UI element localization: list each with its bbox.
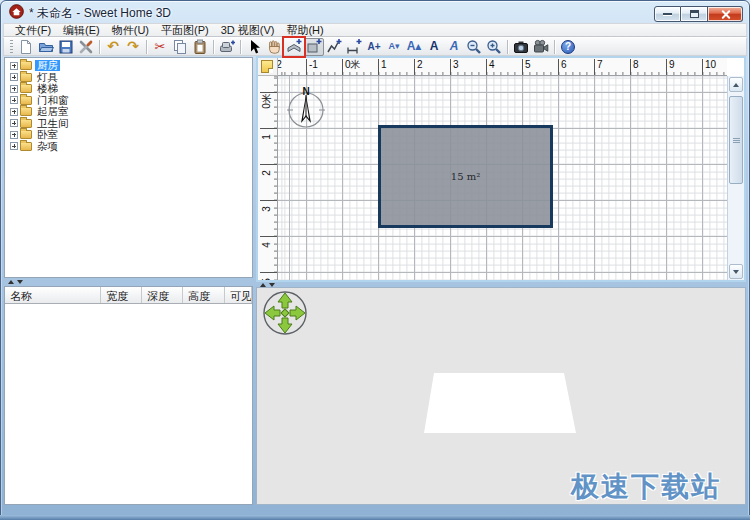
nav-right-arrow: [290, 306, 305, 320]
add-furniture-button[interactable]: [217, 38, 237, 56]
catalog-category-label[interactable]: 卫生间: [35, 118, 71, 129]
create-dimensions-button[interactable]: [344, 38, 364, 56]
expand-plus-icon[interactable]: [10, 119, 18, 127]
photo-button[interactable]: [511, 38, 531, 56]
catalog-category-label[interactable]: 灯具: [35, 72, 60, 83]
menu-item-3[interactable]: 平面图(P): [155, 24, 215, 37]
pan-tool-button[interactable]: [264, 38, 284, 56]
expand-plus-icon[interactable]: [10, 85, 18, 93]
nav-up-arrow: [278, 293, 292, 308]
nav-left-arrow: [265, 306, 280, 320]
increase-text-size-icon: A▴: [407, 40, 422, 53]
plan-horizontal-ruler: -2-10米12345678910: [258, 58, 727, 76]
window-bottom-edge: [0, 515, 750, 520]
catalog-category-label[interactable]: 起居室: [35, 106, 71, 117]
catalog-category-row[interactable]: 卧室: [7, 129, 252, 141]
help-button[interactable]: ?: [558, 38, 578, 56]
copy-button[interactable]: [170, 38, 190, 56]
catalog-category-label[interactable]: 楼梯: [35, 83, 60, 94]
room-shape[interactable]: 15 m²: [378, 125, 553, 228]
expand-plus-icon[interactable]: [10, 131, 18, 139]
bold-icon: A: [430, 40, 439, 53]
splitter-collapse-up-icon[interactable]: [8, 280, 14, 284]
expand-plus-icon[interactable]: [10, 62, 18, 70]
decrease-text-size-button[interactable]: A▾: [384, 38, 404, 56]
plan-vertical-scrollbar[interactable]: [727, 76, 744, 280]
catalog-category-row[interactable]: 杂项: [7, 141, 252, 153]
catalog-category-row[interactable]: 厨房: [7, 60, 252, 72]
increase-text-size-button[interactable]: A▴: [404, 38, 424, 56]
h-ruler-label: 9: [666, 59, 675, 75]
plan-vertical-ruler: 0米12345: [258, 76, 278, 280]
maximize-button[interactable]: [681, 6, 708, 22]
plan-view-panel[interactable]: -2-10米12345678910 0米12345 N 15 m²: [256, 56, 746, 282]
h-ruler-label: 1: [378, 59, 387, 75]
expand-plus-icon[interactable]: [10, 108, 18, 116]
add-text-button[interactable]: A+: [364, 38, 384, 56]
menu-item-0[interactable]: 文件(F): [9, 24, 57, 37]
h-ruler-label: 10: [702, 59, 716, 75]
catalog-category-label[interactable]: 门和窗: [35, 95, 71, 106]
create-walls-button[interactable]: [284, 38, 304, 56]
preferences-button[interactable]: [76, 38, 96, 56]
menu-item-4[interactable]: 3D 视图(V): [215, 24, 281, 37]
paste-button[interactable]: [190, 38, 210, 56]
new-file-icon: [18, 39, 34, 55]
cut-button[interactable]: ✂: [150, 38, 170, 56]
catalog-category-row[interactable]: 楼梯: [7, 83, 252, 95]
compass-icon[interactable]: N: [283, 85, 329, 131]
arrow-down-icon: [733, 270, 739, 274]
room-area-label: 15 m²: [451, 171, 480, 182]
catalog-category-label[interactable]: 杂项: [35, 141, 60, 152]
expand-plus-icon[interactable]: [10, 142, 18, 150]
zoom-in-button[interactable]: [484, 38, 504, 56]
create-rooms-button[interactable]: [304, 38, 324, 56]
create-polylines-button[interactable]: [324, 38, 344, 56]
3d-navigation-widget[interactable]: [260, 288, 310, 338]
toolbar-separator: [554, 40, 555, 54]
catalog-list-splitter[interactable]: [4, 278, 253, 286]
menu-item-1[interactable]: 编辑(E): [57, 24, 106, 37]
app-window: * 未命名 - Sweet Home 3D 文件(F)编辑(E)物件(U)平面图…: [0, 0, 750, 520]
folder-icon: [20, 61, 32, 70]
zoom-out-button[interactable]: [464, 38, 484, 56]
catalog-tree: 厨房灯具楼梯门和窗起居室卫生间卧室杂项: [5, 58, 252, 152]
furniture-list-body[interactable]: [5, 304, 252, 505]
folder-icon: [20, 119, 32, 128]
catalog-category-label[interactable]: 卧室: [35, 129, 60, 140]
toolbar-grip[interactable]: [10, 40, 13, 53]
close-button[interactable]: [708, 6, 743, 22]
undo-button[interactable]: ↶: [103, 38, 123, 56]
ruler-minor-ticks: [274, 76, 277, 280]
splitter-collapse-down-icon[interactable]: [17, 280, 23, 284]
expand-plus-icon[interactable]: [10, 73, 18, 81]
column-header-3[interactable]: 高度: [183, 287, 225, 303]
select-tool-button[interactable]: [244, 38, 264, 56]
open-button[interactable]: [36, 38, 56, 56]
column-header-4[interactable]: 可见: [225, 287, 252, 303]
minimize-button[interactable]: [654, 6, 681, 22]
new-file-button[interactable]: [16, 38, 36, 56]
bold-button[interactable]: A: [424, 38, 444, 56]
scrollbar-thumb[interactable]: [729, 96, 743, 184]
h-ruler-label: 0米: [342, 59, 361, 75]
column-header-1[interactable]: 宽度: [101, 287, 142, 303]
italic-button[interactable]: A: [444, 38, 464, 56]
catalog-category-label[interactable]: 厨房: [35, 60, 60, 71]
column-header-0[interactable]: 名称: [5, 287, 101, 303]
redo-button[interactable]: ↷: [123, 38, 143, 56]
expand-plus-icon[interactable]: [10, 96, 18, 104]
add-text-icon: A+: [367, 40, 380, 53]
video-button[interactable]: [531, 38, 551, 56]
catalog-category-row[interactable]: 起居室: [7, 106, 252, 118]
v-ruler-label: 3: [261, 200, 273, 218]
app-icon: [9, 4, 24, 19]
scroll-down-button[interactable]: [729, 264, 743, 279]
column-header-2[interactable]: 深度: [142, 287, 183, 303]
save-button[interactable]: [56, 38, 76, 56]
scroll-up-button[interactable]: [729, 77, 743, 92]
title-bar[interactable]: * 未命名 - Sweet Home 3D: [0, 0, 750, 23]
menu-item-2[interactable]: 物件(U): [106, 24, 155, 37]
plan-grid[interactable]: N 15 m²: [278, 76, 727, 280]
toolbar-separator: [240, 40, 241, 54]
